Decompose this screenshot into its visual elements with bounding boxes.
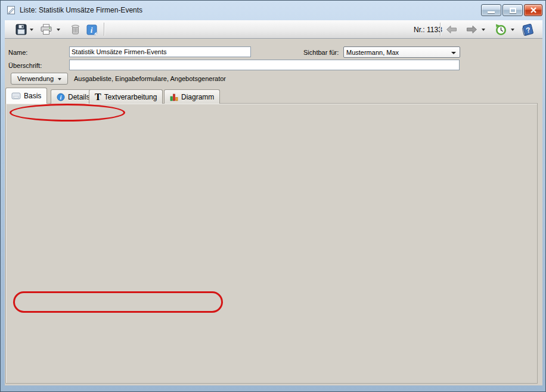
title-bar[interactable]: Liste: Statistik Umsätze Firmen-Events: [1, 1, 545, 20]
print-dropdown-arrow[interactable]: [57, 29, 60, 31]
tab-diagramm[interactable]: Diagramm: [164, 89, 220, 104]
name-input[interactable]: [69, 46, 251, 57]
basis-tab-icon: [11, 92, 21, 99]
usage-text: Ausgabeliste, Eingabeformulare, Angebots…: [74, 75, 226, 82]
tab-diagramm-label: Diagramm: [181, 93, 214, 101]
main-toolbar: i Nr.: 1133 ?: [5, 20, 542, 39]
nav-forward-icon: [466, 24, 478, 35]
verwendung-dropdown-arrow: [58, 78, 61, 80]
verwendung-button[interactable]: Verwendung: [11, 73, 68, 85]
minimize-button[interactable]: [481, 4, 501, 16]
delete-button[interactable]: [69, 23, 82, 36]
client-area: Name: Sichtbar für: Mustermann, Max Über…: [5, 39, 542, 385]
help-icon: ?: [522, 23, 535, 36]
window-title: Liste: Statistik Umsätze Firmen-Events: [20, 6, 142, 14]
minimize-icon: [488, 11, 495, 13]
verwendung-button-label: Verwendung: [17, 75, 54, 82]
heading-label: Überschrift:: [8, 62, 42, 69]
maximize-icon: [510, 8, 516, 13]
toolbar-separator: [104, 23, 104, 36]
nav-back-icon: [445, 24, 458, 35]
svg-text:i: i: [90, 25, 92, 34]
print-icon: [40, 24, 52, 35]
heading-input[interactable]: [69, 60, 460, 70]
record-number: Nr.: 1133: [414, 26, 442, 34]
app-window: Liste: Statistik Umsätze Firmen-Events i…: [0, 0, 546, 392]
print-button[interactable]: [39, 23, 53, 36]
basis-tab-panel: [5, 103, 538, 384]
tab-basis[interactable]: Basis: [5, 88, 47, 104]
save-button[interactable]: [14, 23, 28, 36]
delete-icon: [70, 24, 80, 35]
nav-back-button[interactable]: [445, 23, 458, 36]
help-button[interactable]: ?: [521, 23, 535, 36]
name-label: Name:: [8, 49, 27, 56]
tab-details-label: Details: [68, 93, 90, 101]
svg-text:i: i: [60, 94, 62, 100]
nav-forward-button[interactable]: [465, 23, 479, 36]
details-tab-icon: i: [57, 93, 65, 101]
diagramm-tab-icon: [170, 93, 178, 101]
history-button[interactable]: [494, 23, 507, 36]
history-icon: [494, 23, 507, 36]
tab-basis-label: Basis: [24, 92, 41, 100]
nav-dropdown-arrow[interactable]: [482, 29, 485, 31]
tab-textverarbeitung[interactable]: T Textverarbeitung: [89, 89, 163, 104]
close-button[interactable]: [524, 4, 542, 16]
toolbar-separator: [440, 23, 440, 36]
visible-for-label: Sichtbar für:: [303, 49, 339, 56]
close-icon: [530, 7, 537, 13]
history-dropdown-arrow[interactable]: [511, 29, 514, 31]
save-dropdown-arrow[interactable]: [30, 29, 33, 31]
save-icon: [15, 24, 27, 35]
visible-for-value: Mustermann, Max: [346, 49, 399, 56]
text-tab-icon: T: [95, 92, 101, 102]
window-icon: [7, 5, 16, 15]
tab-textverarbeitung-label: Textverarbeitung: [104, 93, 157, 101]
maximize-button[interactable]: [502, 4, 523, 16]
visible-for-select[interactable]: Mustermann, Max: [343, 46, 460, 58]
info-icon: i: [86, 24, 97, 35]
info-button[interactable]: i: [85, 23, 98, 36]
